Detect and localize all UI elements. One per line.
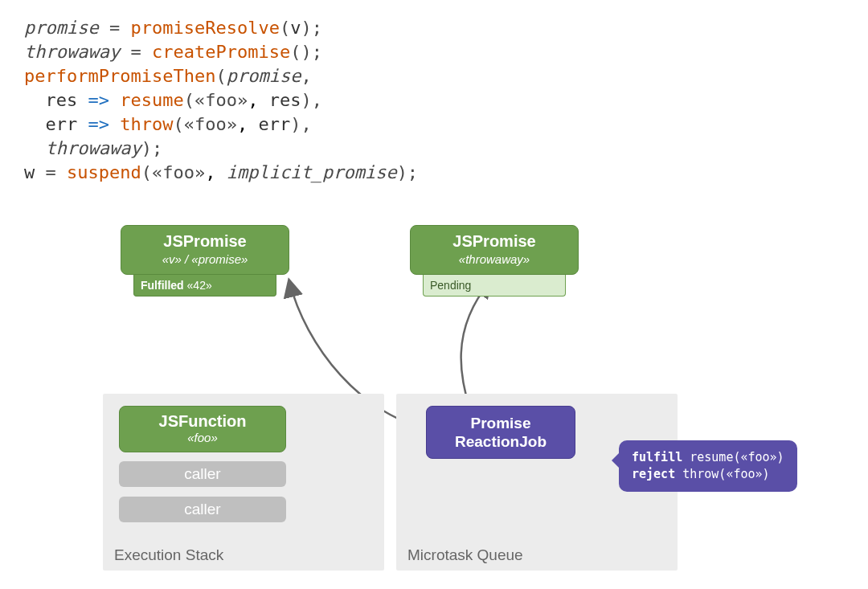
promise-throwaway-sub: «throwaway» [419, 252, 570, 266]
jsfunction-title: JSFunction [128, 412, 277, 431]
stack-caller: caller [119, 461, 286, 487]
jsfunction-foo: JSFunction «foo» [119, 406, 286, 452]
promise-v-title: JSPromise [129, 232, 280, 251]
microtask-queue-label: Microtask Queue [407, 546, 523, 564]
promise-v-status: Fulfilled «42» [133, 275, 276, 297]
code-line-4: res => resume(«foo», res), [24, 88, 844, 112]
fulfill-handler: fulfill resume(«foo») [632, 449, 784, 466]
code-line-5: err => throw(«foo», err), [24, 112, 844, 137]
reject-handler: reject throw(«foo») [632, 466, 784, 483]
diagram: Execution Stack Microtask Queue JSPromis… [24, 217, 844, 589]
code-line-2: throwaway = createPromise(); [24, 40, 844, 64]
promise-throwaway: JSPromise «throwaway» Pending [410, 225, 579, 297]
reaction-handlers: fulfill resume(«foo») reject throw(«foo»… [619, 440, 797, 492]
speech-tail-icon [603, 452, 620, 469]
execution-stack-label: Execution Stack [114, 546, 223, 564]
stack-caller: caller [119, 497, 286, 522]
promise-v: JSPromise «v» / «promise» Fulfilled «42» [121, 225, 289, 297]
promise-throwaway-status: Pending [423, 275, 566, 297]
code-line-6: throwaway); [24, 137, 844, 161]
code-block: promise = promiseResolve(v); throwaway =… [24, 16, 844, 185]
code-line-3: performPromiseThen(promise, [24, 64, 844, 88]
promise-throwaway-title: JSPromise [419, 232, 570, 251]
promise-v-sub: «v» / «promise» [129, 252, 280, 266]
code-line-7: w = suspend(«foo», implicit_promise); [24, 161, 844, 185]
code-line-1: promise = promiseResolve(v); [24, 16, 844, 40]
jsfunction-sub: «foo» [128, 431, 277, 444]
promise-reaction-job: Promise ReactionJob [426, 406, 575, 459]
